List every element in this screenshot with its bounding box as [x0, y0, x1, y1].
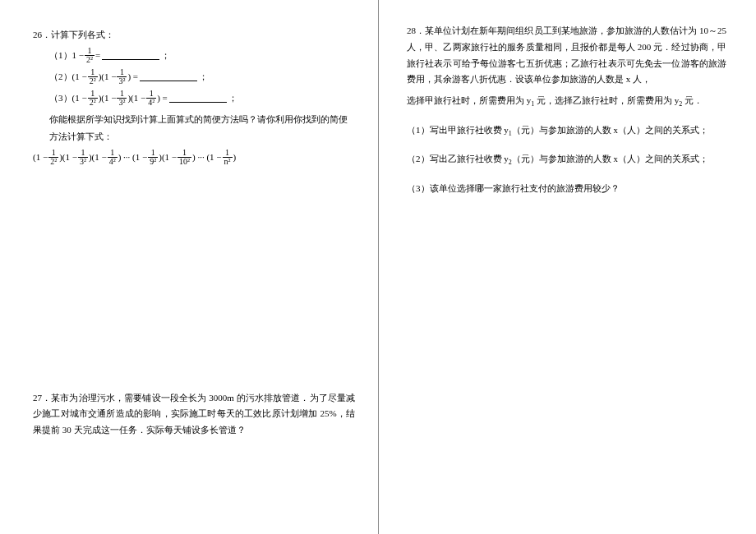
txt: )(1 − [59, 149, 77, 166]
frac-icon: 13² [117, 90, 127, 108]
frac-icon: 14² [108, 149, 118, 167]
txt: )(1 − [89, 149, 107, 166]
d: 2² [88, 98, 98, 108]
n: 1 [50, 149, 58, 158]
final-expression: (1 − 12² )(1 − 13² )(1 − 14² ) ··· (1 − … [33, 149, 355, 167]
frac-icon: 12² [48, 149, 58, 167]
frac-icon: 110² [177, 149, 191, 167]
frac-icon: 13² [117, 68, 127, 86]
item-3: （3） (1 − 12² )(1 − 13² )(1 − 14² ) = ； [49, 90, 355, 108]
txt: ； [199, 68, 208, 85]
n: 1 [118, 68, 126, 77]
whitespace [33, 185, 355, 390]
d: 9² [148, 157, 158, 167]
txt: (1 − [33, 149, 48, 166]
frac-icon: 14² [146, 90, 156, 108]
n: 1 [181, 149, 188, 158]
explain-line: 你能根据所学知识找到计算上面算式的简便方法吗？请你利用你找到的简便方法计算下式： [49, 111, 355, 145]
d: 10² [177, 157, 191, 167]
prob-num: 26． [33, 26, 51, 44]
txt: （元）与参加旅游的人数 x（人）之间的关系式； [512, 125, 708, 135]
d: 3² [78, 157, 88, 167]
item-1: （1） 1 − 1 2² = ； [49, 47, 355, 65]
prob-num: 27． [33, 393, 51, 403]
problem-26: 26． 计算下列各式： （1） 1 − 1 2² = ； （2） (1 − 12… [33, 26, 355, 167]
d: 2² [88, 76, 98, 86]
frac-icon: 1 2² [85, 47, 94, 65]
n: 1 [79, 149, 86, 158]
item-2: （2） (1 − 12² )(1 − 13² ) = ； [49, 68, 355, 86]
prob-num: 28． [407, 25, 425, 35]
txt: )(1 − [127, 90, 145, 107]
txt: ) [233, 149, 237, 166]
frac-icon: 13² [78, 149, 88, 167]
txt: ) ··· (1 − [192, 149, 222, 166]
txt: （元）与参加旅游的人数 x（人）之间的关系式； [512, 154, 708, 163]
intro-text: 某单位计划在新年期间组织员工到某地旅游，参加旅游的人数估计为 10～25 人，甲… [407, 25, 726, 84]
part3-text: （3）该单位选择哪一家旅行社支付的旅游费用较少？ [407, 183, 620, 193]
frac-icon: 1n² [223, 149, 233, 167]
txt: (1 − [72, 90, 87, 107]
d: 4² [108, 157, 118, 167]
txt: ； [161, 47, 170, 64]
denom: 2² [85, 55, 94, 65]
txt: 元． [682, 95, 703, 105]
numer: 1 [85, 47, 93, 56]
n: 1 [89, 90, 96, 99]
d: n² [223, 157, 233, 167]
n: 1 [108, 149, 116, 158]
prob-title: 计算下列各式： [51, 26, 114, 44]
txt: = [95, 47, 100, 64]
txt: ) ··· (1 − [118, 149, 148, 166]
n: 1 [148, 90, 155, 99]
txt: （1）写出甲旅行社收费 y [407, 125, 509, 135]
d: 2² [48, 157, 58, 167]
frac-icon: 19² [148, 149, 158, 167]
n: 1 [224, 149, 231, 158]
explain-text: 你能根据所学知识找到计算上面算式的简便方法吗？请你利用你找到的简便方法计算下式： [49, 111, 355, 145]
txt: )(1 − [99, 90, 117, 107]
n: 1 [118, 90, 126, 99]
prob-text: 某市为治理污水，需要铺设一段全长为 3000m 的污水排放管道．为了尽量减少施工… [33, 393, 355, 435]
item1-prefix: （1） [49, 47, 72, 64]
txt: ) = [127, 68, 138, 85]
txt: )(1 − [159, 149, 177, 166]
d: 4² [146, 98, 156, 108]
txt: 选择甲旅行社时，所需费用为 y [407, 95, 531, 105]
d: 3² [117, 76, 127, 86]
n: 1 [89, 68, 96, 77]
txt: ； [228, 90, 237, 107]
txt: （2）写出乙旅行社收费 y [407, 154, 509, 163]
txt: )(1 − [99, 68, 117, 85]
blank-line [169, 94, 227, 103]
txt: (1 − [72, 68, 87, 85]
frac-icon: 12² [88, 90, 98, 108]
n: 1 [150, 149, 157, 158]
item3-prefix: （3） [49, 90, 72, 107]
blank-line [140, 72, 197, 81]
d: 3² [117, 98, 127, 108]
frac-icon: 12² [88, 68, 98, 86]
problem-27: 27．某市为治理污水，需要铺设一段全长为 3000m 的污水排放管道．为了尽量减… [33, 390, 355, 439]
problem-28: 28．某单位计划在新年期间组织员工到某地旅游，参加旅游的人数估计为 10～25 … [407, 23, 726, 197]
txt: ) = [157, 90, 168, 107]
blank-line [102, 51, 159, 60]
txt: 元，选择乙旅行社时，所需费用为 y [534, 95, 679, 105]
item2-prefix: （2） [49, 68, 72, 85]
txt: 1 − [72, 47, 84, 64]
